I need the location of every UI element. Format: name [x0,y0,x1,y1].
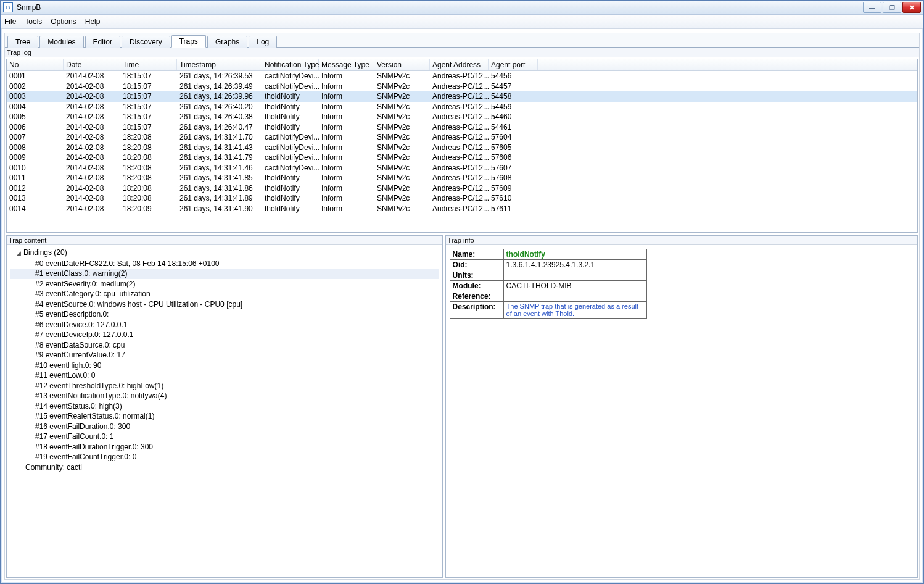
column-header[interactable]: Date [64,59,120,70]
table-row[interactable]: 00112014-02-0818:20:08261 days, 14:31:41… [7,173,917,183]
trapcontent-panel: Trap content ◢Bindings (20)#0 eventDateR… [6,235,443,578]
table-row[interactable]: 00072014-02-0818:20:08261 days, 14:31:41… [7,132,917,143]
trapinfo-panel: Trap info Name:tholdNotifyOid:1.3.6.1.4.… [445,235,918,578]
cell-addr: Andreas-PC/12... [430,143,489,153]
tree-item[interactable]: #8 eventDataSource.0: cpu [10,340,439,351]
cell-date: 2014-02-08 [64,71,120,81]
menu-options[interactable]: Options [51,17,76,26]
column-header[interactable]: Version [374,59,430,70]
tree-item[interactable]: #3 eventCategory.0: cpu_utilization [10,289,439,299]
column-header[interactable]: Notification Type [262,59,319,70]
tree-item[interactable]: #0 eventDateRFC822.0: Sat, 08 Feb 14 18:… [10,259,439,269]
menu-tools[interactable]: Tools [25,17,42,26]
tab-log[interactable]: Log [249,36,277,48]
cell-port: 54457 [489,81,538,92]
traplog-body[interactable]: 00012014-02-0818:15:07261 days, 14:26:39… [7,71,917,232]
cell-date: 2014-02-08 [64,152,120,163]
tree-item[interactable]: #6 eventDevice.0: 127.0.0.1 [10,320,439,330]
cell-addr: Andreas-PC/12... [430,122,489,133]
cell-port: 54459 [489,102,538,112]
cell-ntype: cactiNotifyDevi... [262,81,319,92]
tab-editor[interactable]: Editor [85,36,120,48]
cell-port: 57611 [489,204,538,214]
cell-mtype: Inform [319,163,374,173]
cell-time: 18:20:08 [120,152,177,163]
cell-port: 57605 [489,143,538,153]
cell-mtype: Inform [319,143,374,153]
tree-item[interactable]: #16 eventFailDuration.0: 300 [10,422,439,432]
window-title: SnmpB [17,3,863,12]
column-header[interactable]: No [7,59,64,70]
trapcontent-tree[interactable]: ◢Bindings (20)#0 eventDateRFC822.0: Sat,… [7,245,442,577]
cell-addr: Andreas-PC/12... [430,81,489,92]
menu-help[interactable]: Help [85,17,101,26]
column-header[interactable]: Agent Address [430,59,489,70]
titlebar: B SnmpB — ❐ ✕ [1,1,923,15]
table-row[interactable]: 00082014-02-0818:20:08261 days, 14:31:41… [7,143,917,153]
tree-item[interactable]: #14 eventStatus.0: high(3) [10,401,439,412]
cell-ts: 261 days, 14:31:41.89 [177,193,262,204]
column-header[interactable]: Time [120,59,177,70]
table-row[interactable]: 00062014-02-0818:15:07261 days, 14:26:40… [7,122,917,133]
tree-item[interactable]: #5 eventDescription.0: [10,309,439,320]
table-row[interactable]: 00052014-02-0818:15:07261 days, 14:26:40… [7,112,917,122]
cell-ts: 261 days, 14:31:41.43 [177,143,262,153]
table-row[interactable]: 00142014-02-0818:20:09261 days, 14:31:41… [7,204,917,214]
cell-addr: Andreas-PC/12... [430,112,489,122]
cell-ver: SNMPv2c [374,163,430,173]
cell-ntype: cactiNotifyDevi... [262,163,319,173]
tree-item[interactable]: #18 eventFailDurationTrigger.0: 300 [10,442,439,453]
tree-item[interactable]: #10 eventHigh.0: 90 [10,361,439,371]
info-key: Reference: [450,291,503,302]
cell-mtype: Inform [319,112,374,122]
tab-modules[interactable]: Modules [39,36,83,48]
table-row[interactable]: 00132014-02-0818:20:08261 days, 14:31:41… [7,193,917,204]
tree-item[interactable]: #1 eventClass.0: warning(2) [10,269,439,279]
table-row[interactable]: 00102014-02-0818:20:08261 days, 14:31:41… [7,163,917,173]
cell-ntype: tholdNotify [262,204,319,214]
menubar: File Tools Options Help [1,15,923,29]
tree-item[interactable]: #13 eventNotificationType.0: notifywa(4) [10,391,439,401]
tab-tree[interactable]: Tree [7,36,38,48]
tree-item[interactable]: #15 eventRealertStatus.0: normal(1) [10,411,439,422]
close-button[interactable]: ✕ [902,2,921,13]
trapinfo-table: Name:tholdNotifyOid:1.3.6.1.4.1.23925.4.… [450,249,647,319]
tree-root[interactable]: ◢Bindings (20) [10,248,439,259]
tree-item[interactable]: #12 eventThresholdType.0: highLow(1) [10,381,439,391]
column-header[interactable]: Timestamp [177,59,262,70]
tree-community[interactable]: Community: cacti [10,462,439,473]
cell-mtype: Inform [319,193,374,204]
table-row[interactable]: 00092014-02-0818:20:08261 days, 14:31:41… [7,152,917,163]
tree-item[interactable]: #9 eventCurrentValue.0: 17 [10,350,439,361]
tree-item[interactable]: #7 eventDeviceIp.0: 127.0.0.1 [10,330,439,340]
tree-item[interactable]: #2 eventSeverity.0: medium(2) [10,279,439,290]
app-icon: B [3,2,13,12]
table-row[interactable]: 00122014-02-0818:20:08261 days, 14:31:41… [7,183,917,194]
info-key: Oid: [450,260,503,270]
tab-traps[interactable]: Traps [171,35,206,48]
cell-ntype: tholdNotify [262,91,319,102]
tree-item[interactable]: #17 eventFailCount.0: 1 [10,432,439,442]
tab-graphs[interactable]: Graphs [207,36,247,48]
info-key: Module: [450,281,503,291]
info-value-description: The SNMP trap that is generated as a res… [503,302,646,319]
tree-item[interactable]: #19 eventFailCountTrigger.0: 0 [10,452,439,462]
tree-item[interactable]: #11 eventLow.0: 0 [10,370,439,381]
cell-addr: Andreas-PC/12... [430,152,489,163]
column-header[interactable]: Message Type [319,59,374,70]
cell-no: 0008 [7,143,64,153]
cell-ts: 261 days, 14:26:40.38 [177,112,262,122]
column-header[interactable]: Agent port [489,59,538,70]
cell-port: 57607 [489,163,538,173]
tab-discovery[interactable]: Discovery [122,36,170,48]
minimize-button[interactable]: — [863,2,881,13]
table-row[interactable]: 00012014-02-0818:15:07261 days, 14:26:39… [7,71,917,81]
table-row[interactable]: 00032014-02-0818:15:07261 days, 14:26:39… [7,91,917,102]
cell-time: 18:15:07 [120,71,177,81]
table-row[interactable]: 00042014-02-0818:15:07261 days, 14:26:40… [7,102,917,112]
cell-no: 0013 [7,193,64,204]
tree-item[interactable]: #4 eventSource.0: windows host - CPU Uti… [10,299,439,310]
maximize-button[interactable]: ❐ [883,2,901,13]
menu-file[interactable]: File [4,17,16,26]
table-row[interactable]: 00022014-02-0818:15:07261 days, 14:26:39… [7,81,917,92]
